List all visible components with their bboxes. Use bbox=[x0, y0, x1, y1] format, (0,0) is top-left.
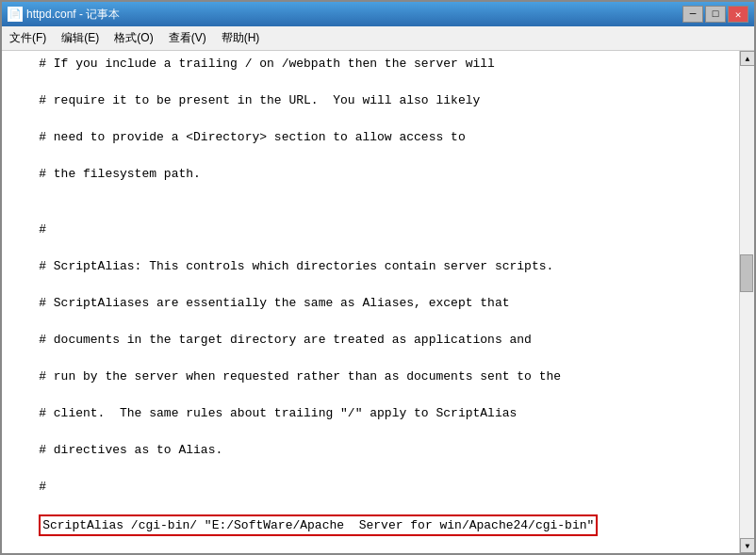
menu-format[interactable]: 格式(O) bbox=[107, 28, 160, 48]
close-button[interactable]: ✕ bbox=[728, 6, 748, 23]
line: # documents in the target directory are … bbox=[9, 331, 731, 350]
menu-help[interactable]: 帮助(H) bbox=[214, 28, 268, 48]
text-editor[interactable]: # If you include a trailing / on /webpat… bbox=[2, 51, 739, 553]
title-bar: 📄 httpd.conf - 记事本 ─ □ ✕ bbox=[2, 2, 754, 26]
menu-view[interactable]: 查看(V) bbox=[161, 28, 214, 48]
title-bar-left: 📄 httpd.conf - 记事本 bbox=[8, 7, 120, 23]
line: # need to provide a <Directory> section … bbox=[9, 128, 731, 147]
highlighted-scriptalias: ScriptAlias /cgi-bin/ "E:/SoftWare/Apach… bbox=[39, 514, 598, 537]
line: # ScriptAliases are essentially the same… bbox=[9, 294, 731, 313]
line: # directives as to Alias. bbox=[9, 441, 731, 460]
line: # client. The same rules about trailing … bbox=[9, 404, 731, 423]
menu-file[interactable]: 文件(F) bbox=[2, 28, 54, 48]
menu-edit[interactable]: 编辑(E) bbox=[54, 28, 107, 48]
line: # bbox=[9, 220, 731, 239]
window-title: httpd.conf - 记事本 bbox=[26, 7, 120, 23]
line: # require it to be present in the URL. Y… bbox=[9, 91, 731, 110]
content-area: # If you include a trailing / on /webpat… bbox=[2, 51, 754, 553]
main-window: 📄 httpd.conf - 记事本 ─ □ ✕ 文件(F) 编辑(E) 格式(… bbox=[0, 0, 756, 555]
script-alias-line: ScriptAlias /cgi-bin/ "E:/SoftWare/Apach… bbox=[9, 514, 731, 537]
scroll-track[interactable] bbox=[740, 66, 754, 538]
menu-bar: 文件(F) 编辑(E) 格式(O) 查看(V) 帮助(H) bbox=[2, 26, 754, 51]
scrollbar[interactable]: ▲ ▼ bbox=[739, 51, 754, 553]
title-bar-buttons: ─ □ ✕ bbox=[682, 6, 748, 23]
app-icon: 📄 bbox=[8, 7, 23, 22]
line: # bbox=[9, 478, 731, 497]
line: # the filesystem path. bbox=[9, 165, 731, 184]
line: # If you include a trailing / on /webpat… bbox=[9, 55, 731, 73]
scroll-thumb[interactable] bbox=[740, 254, 753, 292]
maximize-button[interactable]: □ bbox=[705, 6, 726, 23]
line: # ScriptAlias: This controls which direc… bbox=[9, 257, 731, 276]
line: # run by the server when requested rathe… bbox=[9, 367, 731, 386]
minimize-button[interactable]: ─ bbox=[682, 6, 703, 23]
scroll-down-button[interactable]: ▼ bbox=[740, 538, 754, 553]
scroll-up-button[interactable]: ▲ bbox=[740, 51, 754, 66]
